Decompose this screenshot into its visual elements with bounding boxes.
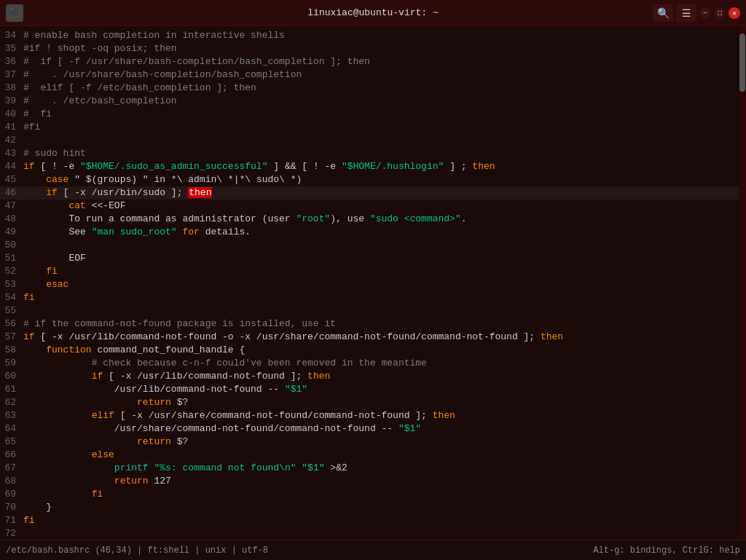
line-number: 41 (0, 121, 23, 134)
line-content: # enable bash completion in interactive … (23, 29, 739, 42)
line-number: 59 (0, 357, 23, 370)
line-number: 34 (0, 29, 23, 42)
titlebar: ⬛ linuxiac@ubuntu-virt: ~ 🔍 ☰ − □ × (0, 0, 746, 26)
line-number: 53 (0, 278, 23, 291)
line-61: 61 /usr/lib/command-not-found -- "$1" (0, 383, 739, 396)
line-56: 56 # if the command-not-found package is… (0, 318, 739, 331)
line-70: 70 } (0, 501, 739, 514)
line-content: esac (23, 278, 739, 291)
line-number: 39 (0, 95, 23, 108)
line-40: 40 # fi (0, 108, 739, 121)
line-67: 67 printf "%s: command not found\n" "$1"… (0, 462, 739, 475)
line-number: 72 (0, 527, 23, 540)
line-content: else (23, 449, 739, 462)
line-44: 44 if [ ! -e "$HOME/.sudo_as_admin_succe… (0, 160, 739, 173)
line-number: 45 (0, 173, 23, 186)
line-51: 51 EOF (0, 252, 739, 265)
line-number: 48 (0, 213, 23, 226)
line-68: 68 return 127 (0, 475, 739, 488)
titlebar-left: ⬛ (6, 4, 23, 22)
line-66: 66 else (0, 449, 739, 462)
line-52: 52 fi (0, 265, 739, 278)
line-39: 39 # . /etc/bash_completion (0, 95, 739, 108)
line-34: 34 # enable bash completion in interacti… (0, 29, 739, 42)
line-number: 68 (0, 475, 23, 488)
line-number: 52 (0, 265, 23, 278)
line-number: 44 (0, 160, 23, 173)
line-37: 37 # . /usr/share/bash-completion/bash_c… (0, 68, 739, 82)
line-number: 61 (0, 383, 23, 396)
line-content: # . /usr/share/bash-completion/bash_comp… (23, 68, 739, 82)
line-number: 63 (0, 409, 23, 422)
line-content: return 127 (23, 475, 739, 488)
line-55: 55 (0, 304, 739, 318)
line-content: # if [ -f /usr/share/bash-completion/bas… (23, 55, 739, 68)
line-number: 40 (0, 108, 23, 121)
line-46: 46 if [ -x /usr/bin/sudo ]; then (0, 186, 739, 200)
line-content: printf "%s: command not found\n" "$1" >&… (23, 462, 739, 475)
line-number: 56 (0, 318, 23, 331)
statusbar: /etc/bash.bashrc (46,34) | ft:shell | un… (0, 540, 746, 560)
line-65: 65 return $? (0, 435, 739, 449)
line-content: fi (23, 488, 739, 501)
line-content: if [ ! -e "$HOME/.sudo_as_admin_successf… (23, 160, 739, 173)
scrollbar-thumb[interactable] (739, 33, 745, 92)
window-controls: 🔍 ☰ − □ × (653, 4, 740, 22)
line-content: # elif [ -f /etc/bash_completion ]; then (23, 82, 739, 95)
line-number: 42 (0, 134, 23, 147)
terminal-icon: ⬛ (6, 4, 23, 22)
line-number: 62 (0, 396, 23, 409)
scrollbar[interactable] (739, 26, 746, 540)
line-53: 53 esac (0, 278, 739, 291)
line-content: # if the command-not-found package is in… (23, 318, 739, 331)
line-content: case " $(groups) " in *\ admin\ *|*\ sud… (23, 173, 739, 186)
line-content: return $? (23, 396, 739, 409)
line-72: 72 (0, 527, 739, 540)
minimize-button[interactable]: − (699, 7, 711, 19)
menu-button[interactable]: ☰ (676, 4, 696, 22)
line-content: elif [ -x /usr/share/command-not-found/c… (23, 409, 739, 422)
line-54: 54 fi (0, 291, 739, 304)
line-content: return $? (23, 435, 739, 449)
line-number: 58 (0, 344, 23, 357)
line-content: /usr/share/command-not-found/command-not… (23, 422, 739, 435)
line-number: 69 (0, 488, 23, 501)
line-number: 36 (0, 55, 23, 68)
line-71: 71 fi (0, 514, 739, 527)
line-63: 63 elif [ -x /usr/share/command-not-foun… (0, 409, 739, 422)
line-47: 47 cat <<-EOF (0, 200, 739, 213)
line-content: fi (23, 291, 739, 304)
line-64: 64 /usr/share/command-not-found/command-… (0, 422, 739, 435)
line-69: 69 fi (0, 488, 739, 501)
line-number: 38 (0, 82, 23, 95)
line-content: # fi (23, 108, 739, 121)
line-content: EOF (23, 252, 739, 265)
line-content: } (23, 501, 739, 514)
line-number: 70 (0, 501, 23, 514)
line-number: 54 (0, 291, 23, 304)
line-number: 43 (0, 147, 23, 160)
line-59: 59 # check because c-n-f could've been r… (0, 357, 739, 370)
line-content: if [ -x /usr/bin/sudo ]; then (23, 186, 739, 200)
line-41: 41 #fi (0, 121, 739, 134)
window-title: linuxiac@ubuntu-virt: ~ (307, 7, 438, 18)
line-number: 71 (0, 514, 23, 527)
line-49: 49 See "man sudo_root" for details. (0, 226, 739, 239)
line-number: 57 (0, 331, 23, 344)
line-number: 55 (0, 304, 23, 318)
line-content: fi (23, 265, 739, 278)
line-number: 50 (0, 239, 23, 252)
line-number: 64 (0, 422, 23, 435)
line-number: 60 (0, 370, 23, 383)
line-45: 45 case " $(groups) " in *\ admin\ *|*\ … (0, 173, 739, 186)
line-35: 35 #if ! shopt -oq posix; then (0, 42, 739, 55)
line-48: 48 To run a command as administrator (us… (0, 213, 739, 226)
line-content: if [ -x /usr/lib/command-not-found -o -x… (23, 331, 739, 344)
close-button[interactable]: × (729, 7, 740, 19)
line-number: 51 (0, 252, 23, 265)
line-number: 66 (0, 449, 23, 462)
maximize-button[interactable]: □ (714, 7, 726, 19)
line-content: function command_not_found_handle { (23, 344, 739, 357)
search-button[interactable]: 🔍 (653, 4, 673, 22)
code-content[interactable]: 34 # enable bash completion in interacti… (0, 26, 739, 540)
